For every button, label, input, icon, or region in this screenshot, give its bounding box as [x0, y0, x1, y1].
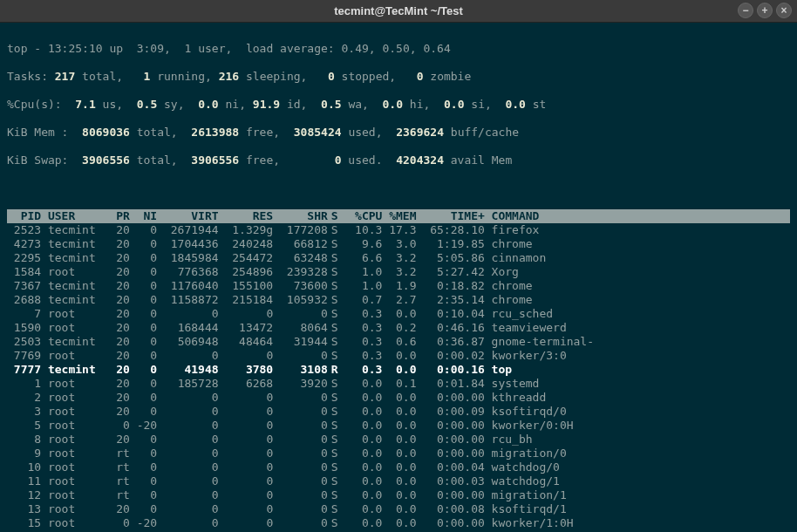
- cell-shr: 8064: [273, 321, 328, 335]
- process-table-body: 2523tecmint20026719441.329g177208S10.317…: [7, 223, 790, 532]
- cell-virt: 185728: [157, 377, 218, 391]
- process-row: 7root200000S0.30.00:10.04rcu_sched: [7, 307, 790, 321]
- cell-cpu: 6.6: [341, 251, 382, 265]
- cell-pr: 20: [103, 251, 130, 265]
- cell-cmd: systemd: [485, 377, 540, 391]
- cell-pid: 12: [7, 488, 41, 502]
- cell-cpu: 0.0: [341, 502, 382, 516]
- cell-time: 0:36.87: [417, 335, 485, 349]
- cell-shr: 0: [273, 460, 328, 474]
- cell-cpu: 0.3: [341, 335, 382, 349]
- cell-user: root: [41, 433, 102, 447]
- cell-cmd: rcu_bh: [485, 433, 533, 447]
- cell-mem: 0.0: [382, 433, 416, 447]
- cell-s: S: [328, 223, 342, 237]
- cell-s: R: [328, 363, 342, 377]
- cell-virt: 0: [157, 488, 218, 502]
- cell-res: 0: [219, 460, 274, 474]
- cell-res: 48464: [219, 335, 274, 349]
- cell-virt: 1176040: [157, 279, 218, 293]
- terminal-output[interactable]: top - 13:25:10 up 3:09, 1 user, load ave…: [0, 23, 797, 532]
- cell-pr: 0: [103, 516, 130, 530]
- cell-cmd: migration/0: [485, 447, 567, 460]
- cell-ni: 0: [130, 223, 157, 237]
- cell-res: 3780: [219, 363, 274, 377]
- cell-ni: 0: [130, 433, 157, 447]
- cell-mem: 0.6: [382, 335, 416, 349]
- cell-pr: 20: [103, 237, 130, 251]
- cell-virt: 168444: [157, 321, 218, 335]
- cell-ni: 0: [130, 502, 157, 516]
- cell-pid: 11: [7, 474, 41, 488]
- cell-shr: 0: [273, 391, 328, 405]
- cell-s: S: [328, 502, 342, 516]
- cell-time: 2:35.14: [417, 293, 485, 307]
- maximize-button[interactable]: +: [757, 3, 773, 18]
- cell-res: 0: [219, 349, 274, 363]
- cell-cmd: Xorg: [485, 265, 519, 279]
- cell-cpu: 0.0: [341, 447, 382, 460]
- process-row: 2503tecmint2005069484846431944S0.30.60:3…: [7, 335, 790, 349]
- minimize-button[interactable]: −: [738, 3, 753, 18]
- cell-ni: 0: [130, 488, 157, 502]
- cell-user: root: [41, 474, 102, 488]
- cell-time: 1:19.85: [417, 237, 485, 251]
- cell-s: S: [328, 293, 342, 307]
- cell-virt: 506948: [157, 335, 218, 349]
- cell-pid: 1590: [7, 321, 41, 335]
- process-row: 9rootrt0000S0.00.00:00.00migration/0: [7, 447, 790, 460]
- cell-ni: 0: [130, 391, 157, 405]
- cell-cpu: 0.3: [341, 363, 382, 377]
- cell-cmd: chrome: [485, 237, 533, 251]
- close-button[interactable]: ×: [776, 3, 792, 18]
- cell-res: 0: [219, 516, 274, 530]
- cell-virt: 0: [157, 433, 218, 447]
- cell-pr: 20: [103, 265, 130, 279]
- cell-res: 0: [219, 474, 274, 488]
- cell-time: 0:00.00: [417, 488, 485, 502]
- cell-mem: 0.2: [382, 321, 416, 335]
- cell-shr: 3920: [273, 377, 328, 391]
- cell-pr: rt: [103, 474, 130, 488]
- cell-shr: 0: [273, 433, 328, 447]
- cell-ni: 0: [130, 377, 157, 391]
- cell-ni: -20: [130, 516, 157, 530]
- cell-s: S: [328, 307, 342, 321]
- cell-pr: 20: [103, 391, 130, 405]
- cell-user: tecmint: [41, 237, 102, 251]
- top-summary-tasks: Tasks: 217 total, 1 running, 216 sleepin…: [7, 70, 790, 84]
- cell-cpu: 0.0: [341, 488, 382, 502]
- cell-ni: 0: [130, 251, 157, 265]
- cell-time: 0:01.84: [417, 377, 485, 391]
- cell-shr: 0: [273, 307, 328, 321]
- cell-cmd: chrome: [485, 279, 533, 293]
- cell-user: root: [41, 488, 102, 502]
- cell-s: S: [328, 335, 342, 349]
- cell-pid: 7367: [7, 279, 41, 293]
- cell-user: root: [41, 307, 102, 321]
- cell-cpu: 1.0: [341, 279, 382, 293]
- process-row: 5root0-20000S0.00.00:00.00kworker/0:0H: [7, 419, 790, 433]
- cell-pid: 9: [7, 447, 41, 460]
- cell-cmd: kworker/3:0: [485, 349, 567, 363]
- cell-s: S: [328, 516, 342, 530]
- cell-user: tecmint: [41, 223, 102, 237]
- cell-user: root: [41, 321, 102, 335]
- cell-pid: 7777: [7, 363, 41, 377]
- cell-res: 1.329g: [219, 223, 274, 237]
- top-summary-uptime: top - 13:25:10 up 3:09, 1 user, load ave…: [7, 42, 790, 56]
- cell-time: 5:05.86: [417, 251, 485, 265]
- cell-s: S: [328, 251, 342, 265]
- cell-s: S: [328, 321, 342, 335]
- cell-time: 0:00.00: [417, 516, 485, 530]
- cell-shr: 239328: [273, 265, 328, 279]
- cell-virt: 0: [157, 419, 218, 433]
- cell-mem: 0.0: [382, 391, 416, 405]
- cell-ni: -20: [130, 419, 157, 433]
- cell-time: 65:28.10: [417, 223, 485, 237]
- cell-virt: 0: [157, 502, 218, 516]
- cell-mem: 0.0: [382, 488, 416, 502]
- cell-virt: 0: [157, 516, 218, 530]
- process-row: 2523tecmint20026719441.329g177208S10.317…: [7, 223, 790, 237]
- cell-pr: 20: [103, 363, 130, 377]
